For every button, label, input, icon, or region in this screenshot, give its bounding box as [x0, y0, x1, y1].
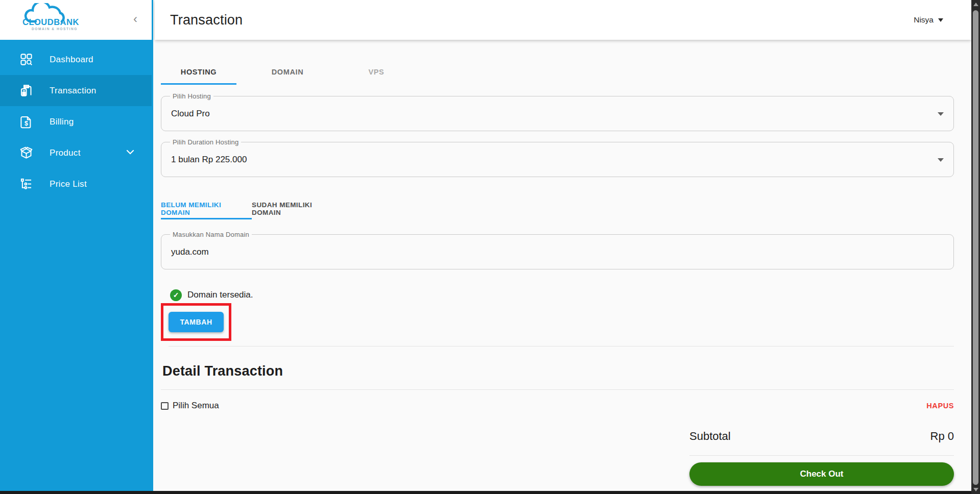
domain-input-value: yuda.com [171, 247, 209, 257]
user-caret-icon [938, 18, 943, 22]
vertical-scrollbar[interactable] [971, 0, 980, 494]
sidebar-item-dashboard[interactable]: Dashboard [0, 44, 152, 75]
user-name: Nisya [914, 15, 934, 24]
sidebar-item-transaction[interactable]: Transaction [0, 75, 152, 106]
user-menu[interactable]: Nisya [914, 15, 943, 24]
tab-belum-memiliki-domain[interactable]: BELUM MEMILIKI DOMAIN [161, 197, 252, 219]
hosting-select[interactable]: Pilih Hosting Cloud Pro [161, 96, 954, 131]
tab-sudah-memiliki-domain[interactable]: SUDAH MEMILIKI DOMAIN [252, 197, 343, 219]
scrollbar-up-arrow-icon[interactable] [973, 3, 978, 6]
tambah-button[interactable]: TAMBAH [169, 312, 224, 332]
tab-domain[interactable]: DOMAIN [236, 59, 339, 85]
hapus-button[interactable]: HAPUS [926, 402, 954, 410]
billing-icon: $ [19, 115, 33, 129]
price-list-icon [19, 177, 33, 191]
order-summary: Subtotal Rp 0 Check Out [689, 430, 954, 486]
domain-availability-status: ✓ Domain tersedia. [170, 289, 954, 301]
detail-transaction-title: Detail Transaction [162, 363, 954, 379]
scrollbar-down-arrow-icon[interactable] [973, 488, 978, 491]
cloudbank-logo: CLOUDBANK DOMAIN & HOSTING [17, 2, 84, 38]
duration-select-value: 1 bulan Rp 225.000 [171, 155, 247, 165]
domain-name-input[interactable]: Masukkan Nama Domain yuda.com [161, 234, 954, 269]
availability-text: Domain tersedia. [187, 290, 253, 300]
scrollbar-thumb[interactable] [973, 10, 978, 485]
checkout-button[interactable]: Check Out [689, 462, 954, 486]
brand-name: CLOUDBANK [22, 17, 79, 27]
brand-tagline: DOMAIN & HOSTING [32, 27, 78, 31]
divider [689, 455, 954, 456]
select-caret-icon [938, 112, 944, 116]
divider [161, 389, 954, 390]
sidebar-item-label: Transaction [50, 86, 97, 96]
sidebar-item-label: Dashboard [50, 55, 93, 65]
sidebar-collapse-icon[interactable]: ‹ [133, 11, 137, 27]
transaction-icon [19, 84, 33, 97]
select-all-checkbox[interactable] [161, 402, 169, 410]
dashboard-icon [19, 53, 33, 66]
domain-input-label: Masukkan Nama Domain [170, 231, 252, 238]
tab-hosting[interactable]: HOSTING [161, 59, 236, 85]
annotation-highlight-box: TAMBAH [161, 303, 231, 341]
page-title: Transaction [170, 12, 243, 28]
select-all-row: Pilih Semua HAPUS [161, 400, 954, 411]
sidebar-item-label: Billing [50, 117, 74, 127]
tab-vps[interactable]: VPS [339, 59, 414, 85]
chevron-down-icon [126, 150, 134, 155]
svg-text:$: $ [25, 120, 28, 127]
topbar: Transaction Nisya [155, 0, 971, 40]
sidebar-item-price-list[interactable]: Price List [0, 168, 152, 200]
select-caret-icon [938, 158, 944, 162]
select-all-label: Pilih Semua [173, 401, 219, 411]
subtotal-value: Rp 0 [930, 430, 954, 443]
app-window: CLOUDBANK DOMAIN & HOSTING ‹ Dashboard [0, 0, 980, 494]
sidebar-item-product[interactable]: Product [0, 137, 152, 168]
product-icon [19, 146, 33, 160]
duration-select-label: Pilih Duration Hosting [170, 138, 241, 146]
sidebar-item-billing[interactable]: $ Billing [0, 106, 152, 137]
divider [169, 346, 954, 347]
window-bottom-edge [0, 491, 971, 494]
sidebar-item-label: Product [50, 148, 81, 158]
hosting-select-label: Pilih Hosting [170, 92, 213, 100]
hosting-select-value: Cloud Pro [171, 109, 210, 119]
duration-select[interactable]: Pilih Duration Hosting 1 bulan Rp 225.00… [161, 142, 954, 177]
product-type-tabs: HOSTING DOMAIN VPS [161, 59, 954, 85]
check-circle-icon: ✓ [170, 289, 182, 301]
sidebar: CLOUDBANK DOMAIN & HOSTING ‹ Dashboard [0, 0, 153, 494]
sidebar-item-label: Price List [50, 179, 87, 189]
subtotal-label: Subtotal [689, 430, 731, 443]
sidebar-menu: Dashboard Transaction [0, 40, 152, 200]
main-content: HOSTING DOMAIN VPS Pilih Hosting Cloud P… [155, 40, 971, 491]
sidebar-header: CLOUDBANK DOMAIN & HOSTING ‹ [0, 0, 152, 40]
domain-ownership-tabs: BELUM MEMILIKI DOMAIN SUDAH MEMILIKI DOM… [161, 197, 954, 219]
subtotal-row: Subtotal Rp 0 [689, 430, 954, 443]
